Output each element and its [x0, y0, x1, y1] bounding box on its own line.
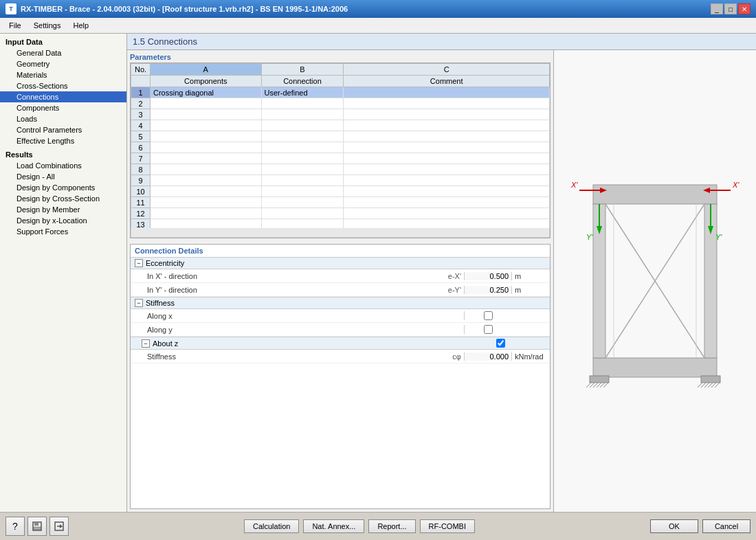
table-cell-a[interactable] — [151, 164, 262, 175]
table-cell-c[interactable] — [344, 131, 550, 142]
table-cell-c[interactable] — [344, 109, 550, 120]
table-cell-c[interactable] — [344, 219, 550, 229]
table-cell-c[interactable] — [344, 153, 550, 164]
along-x-checkbox-cell[interactable] — [464, 311, 512, 320]
sidebar-item-design-all[interactable]: Design - All — [0, 171, 126, 182]
table-cell-a[interactable] — [151, 109, 262, 120]
table-cell-c[interactable] — [344, 142, 550, 153]
table-cell-a[interactable]: Crossing diagonal — [151, 87, 262, 98]
table-cell-a[interactable] — [151, 219, 262, 229]
table-cell-c[interactable] — [344, 120, 550, 131]
table-cell-b[interactable] — [261, 109, 344, 120]
along-x-checkbox[interactable] — [484, 311, 493, 320]
sidebar-item-materials[interactable]: Materials — [0, 69, 126, 80]
sidebar-item-design-by-x-location[interactable]: Design by x-Location — [0, 215, 126, 226]
sidebar-item-general-data[interactable]: General Data — [0, 47, 126, 58]
sidebar-item-design-by-cross-section[interactable]: Design by Cross-Section — [0, 193, 126, 204]
ok-button[interactable]: OK — [650, 519, 698, 533]
rf-combi-button[interactable]: RF-COMBI — [420, 519, 475, 533]
about-z-checkbox[interactable] — [496, 339, 505, 348]
table-cell-b[interactable] — [261, 131, 344, 142]
stiffness-input[interactable] — [467, 352, 509, 361]
nat-annex-button[interactable]: Nat. Annex... — [303, 519, 364, 533]
table-cell-b[interactable] — [261, 142, 344, 153]
table-cell-c[interactable] — [344, 164, 550, 175]
table-cell-c[interactable] — [344, 197, 550, 208]
eccentricity-y-value[interactable] — [464, 286, 512, 294]
table-cell-b[interactable] — [261, 197, 344, 208]
table-cell-a[interactable] — [151, 142, 262, 153]
maximize-button[interactable]: □ — [724, 3, 737, 14]
sidebar-item-control-parameters[interactable]: Control Parameters — [0, 124, 126, 135]
table-cell-c[interactable] — [344, 208, 550, 219]
menu-file[interactable]: File — [3, 19, 27, 32]
sidebar-item-geometry[interactable]: Geometry — [0, 58, 126, 69]
table-cell-c[interactable] — [344, 87, 550, 98]
close-button[interactable]: ✕ — [738, 3, 751, 14]
menu-settings[interactable]: Settings — [27, 19, 67, 32]
table-cell-a[interactable] — [151, 120, 262, 131]
sidebar-item-support-forces[interactable]: Support Forces — [0, 226, 126, 237]
eccentricity-y-input[interactable] — [467, 286, 509, 294]
window-controls[interactable]: _ □ ✕ — [711, 3, 751, 14]
table-row[interactable]: 8 — [131, 164, 550, 175]
table-row[interactable]: 5 — [131, 131, 550, 142]
table-cell-b[interactable]: User-defined — [261, 87, 344, 98]
sidebar-item-connections[interactable]: Connections — [0, 91, 126, 102]
eccentricity-x-input[interactable] — [467, 272, 509, 280]
help-button[interactable]: ? — [5, 517, 25, 536]
table-cell-b[interactable] — [261, 186, 344, 197]
report-button[interactable]: Report... — [368, 519, 415, 533]
about-z-checkbox-cell[interactable] — [496, 339, 505, 348]
table-row[interactable]: 9 — [131, 175, 550, 186]
sidebar-item-effective-lengths[interactable]: Effective Lengths — [0, 135, 126, 146]
cancel-button[interactable]: Cancel — [702, 519, 751, 533]
table-row[interactable]: 13 — [131, 219, 550, 229]
horizontal-scrollbar[interactable] — [131, 228, 550, 238]
menu-help[interactable]: Help — [67, 19, 95, 32]
table-cell-a[interactable] — [151, 131, 262, 142]
table-cell-c[interactable] — [344, 98, 550, 109]
table-cell-b[interactable] — [261, 98, 344, 109]
table-cell-a[interactable] — [151, 197, 262, 208]
table-scroll-area[interactable]: No. A B C Components Conn — [131, 63, 550, 228]
sidebar-item-cross-sections[interactable]: Cross-Sections — [0, 80, 126, 91]
table-cell-b[interactable] — [261, 208, 344, 219]
along-y-checkbox-cell[interactable] — [464, 325, 512, 334]
minimize-button[interactable]: _ — [711, 3, 723, 14]
table-row[interactable]: 7 — [131, 153, 550, 164]
eccentricity-x-value[interactable] — [464, 272, 512, 280]
sidebar-item-components[interactable]: Components — [0, 102, 126, 113]
table-row[interactable]: 10 — [131, 186, 550, 197]
sidebar-item-design-by-member[interactable]: Design by Member — [0, 204, 126, 215]
table-cell-b[interactable] — [261, 219, 344, 229]
sidebar-item-load-combinations[interactable]: Load Combinations — [0, 160, 126, 171]
table-cell-a[interactable] — [151, 208, 262, 219]
table-row[interactable]: 12 — [131, 208, 550, 219]
calculation-button[interactable]: Calculation — [244, 519, 299, 533]
table-cell-a[interactable] — [151, 186, 262, 197]
table-cell-c[interactable] — [344, 186, 550, 197]
table-row[interactable]: 1Crossing diagonalUser-defined — [131, 87, 550, 98]
table-cell-c[interactable] — [344, 175, 550, 186]
table-row[interactable]: 2 — [131, 98, 550, 109]
table-row[interactable]: 4 — [131, 120, 550, 131]
about-z-collapse-btn[interactable]: − — [142, 339, 150, 348]
along-y-checkbox[interactable] — [484, 325, 493, 334]
table-cell-b[interactable] — [261, 120, 344, 131]
table-row[interactable]: 11 — [131, 197, 550, 208]
table-cell-a[interactable] — [151, 175, 262, 186]
table-cell-a[interactable] — [151, 153, 262, 164]
sidebar-item-loads[interactable]: Loads — [0, 113, 126, 124]
export-button[interactable] — [49, 517, 69, 536]
stiffness-collapse-btn[interactable]: − — [135, 299, 143, 307]
table-row[interactable]: 6 — [131, 142, 550, 153]
stiffness-value[interactable] — [464, 352, 512, 361]
table-cell-b[interactable] — [261, 153, 344, 164]
table-row[interactable]: 3 — [131, 109, 550, 120]
table-cell-a[interactable] — [151, 98, 262, 109]
save-button[interactable] — [27, 517, 47, 536]
eccentricity-collapse-btn[interactable]: − — [135, 259, 143, 267]
table-cell-b[interactable] — [261, 175, 344, 186]
sidebar-item-design-by-components[interactable]: Design by Components — [0, 182, 126, 193]
